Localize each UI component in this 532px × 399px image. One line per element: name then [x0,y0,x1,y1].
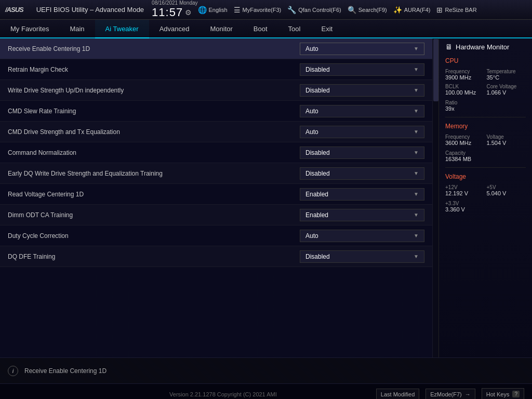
nav-boot[interactable]: Boot [243,20,278,38]
mem-voltage-value: 1.504 V [487,140,526,146]
cpu-memory-divider [445,117,526,117]
dropdown-arrow-0: ▼ [414,46,419,51]
scrollbar-thumb[interactable] [433,39,438,101]
nav-bar: My Favorites Main Ai Tweaker Advanced Mo… [0,20,532,38]
setting-row-2[interactable]: Write Drive Strength Up/Dn independently… [0,80,432,101]
hot-keys-btn[interactable]: Hot Keys ? [482,388,524,399]
setting-value-10[interactable]: Disabled▼ [300,250,424,263]
language-btn[interactable]: 🌐 English [198,6,228,14]
dropdown-arrow-8: ▼ [414,212,419,218]
search-icon: 🔍 [348,6,356,14]
nav-my-favorites[interactable]: My Favorites [0,20,59,38]
aura-icon: ✨ [393,6,402,14]
setting-label-9: Duty Cycle Correction [8,232,300,240]
info-bar: i Receive Enable Centering 1D [0,357,532,383]
nav-ai-tweaker[interactable]: Ai Tweaker [95,20,149,38]
mem-frequency-label: Frequency [445,134,485,140]
nav-monitor[interactable]: Monitor [200,20,243,38]
hw-monitor-sidebar: 🖥 Hardware Monitor CPU Frequency 3900 MH… [438,38,532,357]
qfan-icon: 🔧 [287,6,296,14]
nav-tool[interactable]: Tool [278,20,311,38]
last-modified-btn[interactable]: Last Modified [376,389,419,400]
setting-value-9[interactable]: Auto▼ [300,230,424,242]
time-text: 11:57 [152,6,183,19]
myfavorite-btn[interactable]: ☰ MyFavorite(F3) [234,6,282,14]
setting-label-4: CMD Drive Strength and Tx Equalization [8,128,300,136]
setting-row-7[interactable]: Read Voltage Centering 1DEnabled▼ [0,184,432,205]
setting-value-4[interactable]: Auto▼ [300,126,424,138]
dropdown-arrow-6: ▼ [414,170,419,176]
language-icon: 🌐 [198,6,207,14]
setting-label-5: Command Normalization [8,149,300,156]
language-label: English [209,7,228,13]
setting-value-0[interactable]: Auto▼ [300,43,424,55]
v5-label: +5V [487,184,526,190]
resize-btn[interactable]: ⊞ ReSize BAR [436,6,476,14]
header: /ASUS UEFI BIOS Utility – Advanced Mode … [0,0,532,20]
setting-label-2: Write Drive Strength Up/Dn independently [8,87,300,94]
setting-value-text-4: Auto [305,128,318,136]
setting-label-0: Receive Enable Centering 1D [8,45,300,52]
version-text: Version 2.21.1278 Copyright (C) 2021 AMI [70,391,376,397]
setting-row-5[interactable]: Command NormalizationDisabled▼ [0,142,432,163]
aura-btn[interactable]: ✨ AURA(F4) [393,6,431,14]
settings-container: Receive Enable Centering 1DAuto▼Retrain … [0,38,432,267]
setting-label-7: Read Voltage Centering 1D [8,191,300,198]
setting-value-text-7: Enabled [305,191,328,198]
setting-value-5[interactable]: Disabled▼ [300,147,424,159]
cpu-core-voltage-label: Core Voltage [487,84,526,89]
setting-value-1[interactable]: Disabled▼ [300,63,424,76]
mem-capacity-label: Capacity [445,150,526,156]
cpu-bclk-label: BCLK [445,84,485,89]
search-btn[interactable]: 🔍 Search(F9) [348,6,387,14]
voltage-grid: +12V 12.192 V +5V 5.040 V [445,184,526,196]
memory-section-title: Memory [445,123,526,130]
settings-icon[interactable]: ⚙ [185,8,192,17]
cpu-frequency-label: Frequency [445,69,485,74]
setting-row-10[interactable]: DQ DFE TrainingDisabled▼ [0,246,432,267]
setting-value-7[interactable]: Enabled▼ [300,188,424,201]
nav-exit[interactable]: Exit [311,20,343,38]
content-area: Receive Enable Centering 1DAuto▼Retrain … [0,38,432,357]
ez-mode-arrow-icon: → [465,391,471,397]
v5-value: 5.040 V [487,190,526,196]
datetime: 08/16/2021 Monday 11:57 ⚙ [152,0,197,19]
cpu-ratio-value: 39x [445,105,526,112]
memory-grid: Frequency 3600 MHz Voltage 1.504 V [445,134,526,146]
cpu-core-voltage-item: Core Voltage 1.066 V [487,84,526,96]
cpu-core-voltage-value: 1.066 V [487,89,526,96]
scrollbar-track[interactable] [432,38,438,357]
v12-label: +12V [445,184,485,190]
nav-advanced[interactable]: Advanced [149,20,200,38]
dropdown-arrow-7: ▼ [414,191,419,197]
footer-right: Last Modified EzMode(F7) → Hot Keys ? [376,388,524,399]
monitor-icon: 🖥 [445,43,453,51]
setting-value-8[interactable]: Enabled▼ [300,209,424,221]
setting-value-text-5: Disabled [305,149,330,156]
setting-value-2[interactable]: Disabled▼ [300,84,424,97]
setting-value-text-10: Disabled [305,253,330,260]
qfan-btn[interactable]: 🔧 Qfan Control(F6) [287,6,341,14]
setting-row-9[interactable]: Duty Cycle CorrectionAuto▼ [0,225,432,246]
setting-label-3: CMD Slew Rate Training [8,108,300,115]
hot-keys-label: Hot Keys [486,391,510,397]
setting-row-1[interactable]: Retrain Margin CheckDisabled▼ [0,59,432,80]
main-layout: Receive Enable Centering 1DAuto▼Retrain … [0,38,532,357]
last-modified-label: Last Modified [381,391,415,397]
footer: Version 2.21.1278 Copyright (C) 2021 AMI… [0,383,532,399]
setting-value-3[interactable]: Auto▼ [300,105,424,117]
info-icon: i [8,366,18,376]
cpu-bclk-value: 100.00 MHz [445,89,485,96]
setting-row-3[interactable]: CMD Slew Rate TrainingAuto▼ [0,101,432,122]
nav-main[interactable]: Main [59,20,95,38]
setting-value-6[interactable]: Disabled▼ [300,167,424,180]
setting-value-text-3: Auto [305,108,318,115]
setting-row-4[interactable]: CMD Drive Strength and Tx EqualizationAu… [0,122,432,142]
ez-mode-btn[interactable]: EzMode(F7) → [425,389,475,400]
cpu-temperature-value: 35°C [487,74,526,81]
setting-row-0[interactable]: Receive Enable Centering 1DAuto▼ [0,38,432,59]
setting-row-8[interactable]: Dimm ODT CA TrainingEnabled▼ [0,205,432,225]
setting-row-6[interactable]: Early DQ Write Drive Strength and Equali… [0,163,432,184]
info-text: Receive Enable Centering 1D [24,367,107,375]
mem-capacity-item: Capacity 16384 MB [445,150,526,162]
